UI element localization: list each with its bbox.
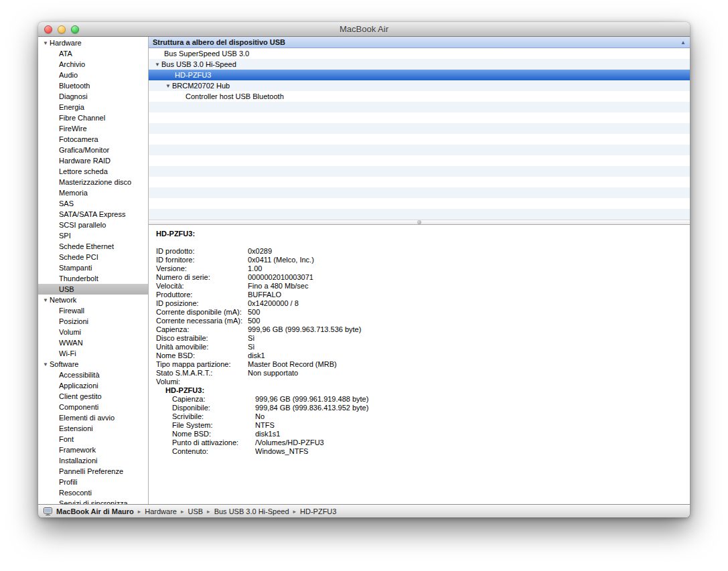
breadcrumb-item-hd-pzfu3[interactable]: HD-PZFU3	[300, 507, 336, 515]
close-button[interactable]	[44, 25, 52, 33]
sidebar-item-fotocamera[interactable]: Fotocamera	[38, 134, 148, 145]
tree-row-label: Bus SuperSpeed USB 3.0	[164, 50, 249, 58]
breadcrumb-separator-icon: ▸	[138, 508, 141, 515]
detail-field-label: Versione:	[156, 264, 248, 273]
tree-row-bus-usb-3-0-hi-speed[interactable]: ▼Bus USB 3.0 Hi-Speed	[149, 59, 690, 70]
minimize-button[interactable]	[58, 25, 66, 33]
system-information-window: MacBook Air ▼HardwareATAArchivioAudioBlu…	[38, 22, 690, 517]
detail-field-label: Capienza:	[172, 395, 255, 404]
sidebar-item-pannelli-preferenze[interactable]: Pannelli Preferenze	[38, 466, 148, 477]
sidebar-item-wwan[interactable]: WWAN	[38, 337, 148, 348]
sidebar-item-fibre-channel[interactable]: Fibre Channel	[38, 112, 148, 123]
sidebar-item-framework[interactable]: Framework	[38, 444, 148, 455]
detail-field-label: Corrente necessaria (mA):	[156, 317, 248, 325]
sidebar-item-schede-ethernet[interactable]: Schede Ethernet	[38, 241, 148, 252]
computer-icon	[44, 507, 52, 515]
sidebar-item-accessibilit[interactable]: Accessibilità	[38, 370, 148, 380]
tree-row-controller-host-usb-bluetooth[interactable]: Controller host USB Bluetooth	[149, 91, 690, 102]
tree-row-label: BRCM20702 Hub	[172, 82, 230, 90]
sidebar-item-audio[interactable]: Audio	[38, 70, 148, 80]
detail-field: ID posizione:0x14200000 / 8	[156, 299, 684, 308]
breadcrumb-item-hardware[interactable]: Hardware	[145, 507, 177, 515]
breadcrumb-item-usb[interactable]: USB	[188, 507, 203, 515]
sidebar-item-spi[interactable]: SPI	[38, 230, 148, 241]
detail-field-value: 0x0289	[248, 247, 272, 256]
zoom-button[interactable]	[71, 25, 79, 33]
sidebar-item-scsi-parallelo[interactable]: SCSI parallelo	[38, 220, 148, 230]
tree-row-hd-pzfu3[interactable]: HD-PZFU3	[149, 70, 690, 80]
sidebar-item-resoconti[interactable]: Resoconti	[38, 487, 148, 498]
volume-detail-field: File System:NTFS	[172, 421, 684, 430]
disclosure-triangle-icon[interactable]: ▼	[155, 62, 160, 68]
disclosure-triangle-icon[interactable]: ▼	[165, 83, 171, 89]
sidebar-section-network[interactable]: ▼Network	[38, 295, 148, 305]
splitter-handle-icon	[417, 220, 421, 224]
detail-field-label: Velocità:	[156, 282, 248, 291]
detail-field: Unità amovibile:Sì	[156, 343, 684, 351]
tree-row-empty	[149, 123, 690, 134]
detail-field-value: Master Boot Record (MRB)	[248, 360, 337, 369]
detail-field-label: Corrente disponibile (mA):	[156, 308, 248, 317]
tree-row-label: HD-PZFU3	[175, 71, 211, 79]
details-blank-line	[156, 238, 684, 247]
sidebar-item-posizioni[interactable]: Posizioni	[38, 316, 148, 327]
device-details-pane[interactable]: HD-PZFU3:ID prodotto:0x0289ID fornitore:…	[149, 225, 690, 504]
tree-row-empty	[149, 198, 690, 209]
sidebar-item-firewall[interactable]: Firewall	[38, 305, 148, 316]
sidebar-item-ata[interactable]: ATA	[38, 48, 148, 59]
sidebar-item-bluetooth[interactable]: Bluetooth	[38, 80, 148, 91]
detail-field-label: Tipo mappa partizione:	[156, 360, 248, 369]
sidebar-item-energia[interactable]: Energia	[38, 102, 148, 112]
detail-field: ID prodotto:0x0289	[156, 247, 684, 256]
tree-row-brcm20702-hub[interactable]: ▼BRCM20702 Hub	[149, 80, 690, 91]
sidebar-item-lettore-scheda[interactable]: Lettore scheda	[38, 166, 148, 177]
sidebar-item-memoria[interactable]: Memoria	[38, 187, 148, 198]
detail-field: ID fornitore:0x0411 (Melco, Inc.)	[156, 256, 684, 264]
detail-field: Corrente necessaria (mA):500	[156, 317, 684, 325]
detail-field-label: Scrivibile:	[172, 412, 255, 421]
detail-field: Produttore:BUFFALO	[156, 291, 684, 299]
breadcrumb-computer[interactable]: MacBook Air di Mauro	[56, 507, 134, 515]
detail-field-value: Windows_NTFS	[255, 447, 308, 456]
detail-field-value: Sì	[248, 334, 254, 343]
sidebar-section-hardware[interactable]: ▼Hardware	[38, 37, 148, 48]
sidebar-item-sata-sata-express[interactable]: SATA/SATA Express	[38, 209, 148, 220]
detail-field-label: Stato S.M.A.R.T.:	[156, 369, 248, 378]
sidebar-item-font[interactable]: Font	[38, 434, 148, 444]
sidebar-item-profili[interactable]: Profili	[38, 477, 148, 487]
sidebar-item-client-gestito[interactable]: Client gestito	[38, 391, 148, 402]
sidebar-item-schede-pci[interactable]: Schede PCI	[38, 252, 148, 262]
sidebar-item-installazioni[interactable]: Installazioni	[38, 455, 148, 466]
title-bar[interactable]: MacBook Air	[38, 22, 690, 37]
sidebar-section-software[interactable]: ▼Software	[38, 359, 148, 370]
device-tree-column-header[interactable]: Struttura a albero del dispositivo USB ▲	[149, 37, 690, 48]
detail-field-value: disk1	[248, 351, 265, 360]
sidebar-item-thunderbolt[interactable]: Thunderbolt	[38, 273, 148, 284]
pane-splitter[interactable]	[149, 220, 690, 225]
sidebar-item-applicazioni[interactable]: Applicazioni	[38, 380, 148, 391]
sidebar-item-usb[interactable]: USB	[38, 284, 148, 295]
sidebar-item-firewire[interactable]: FireWire	[38, 123, 148, 134]
tree-row-bus-superspeed-usb-3-0[interactable]: Bus SuperSpeed USB 3.0	[149, 48, 690, 59]
detail-field-value: 999,84 GB (999.836.413.952 byte)	[255, 404, 368, 412]
sidebar-item-volumi[interactable]: Volumi	[38, 327, 148, 337]
window-controls	[44, 25, 79, 33]
sidebar-item-grafica-monitor[interactable]: Grafica/Monitor	[38, 145, 148, 155]
sidebar-item-elementi-di-avvio[interactable]: Elementi di avvio	[38, 412, 148, 423]
sidebar-item-estensioni[interactable]: Estensioni	[38, 423, 148, 434]
sidebar-item-stampanti[interactable]: Stampanti	[38, 262, 148, 273]
sidebar-item-masterizzazione-disco[interactable]: Masterizzazione disco	[38, 177, 148, 187]
sidebar-item-diagnosi[interactable]: Diagnosi	[38, 91, 148, 102]
detail-field-label: Nome BSD:	[172, 430, 255, 438]
volume-detail-field: Capienza:999,96 GB (999.961.919.488 byte…	[172, 395, 684, 404]
detail-field-value: Fino a 480 Mb/sec	[248, 282, 309, 291]
sidebar-item-wi-fi[interactable]: Wi-Fi	[38, 348, 148, 359]
detail-field-label: Disco estraibile:	[156, 334, 248, 343]
sidebar-item-servizi-di-sincronizza[interactable]: Servizi di sincronizza	[38, 498, 148, 504]
sidebar-item-componenti[interactable]: Componenti	[38, 402, 148, 412]
breadcrumb-item-bus-usb-3-0-hi-speed[interactable]: Bus USB 3.0 Hi-Speed	[214, 507, 289, 515]
sidebar-item-hardware-raid[interactable]: Hardware RAID	[38, 155, 148, 166]
sidebar-item-sas[interactable]: SAS	[38, 198, 148, 209]
sidebar-section-label: Network	[50, 296, 76, 304]
sidebar-item-archivio[interactable]: Archivio	[38, 59, 148, 70]
